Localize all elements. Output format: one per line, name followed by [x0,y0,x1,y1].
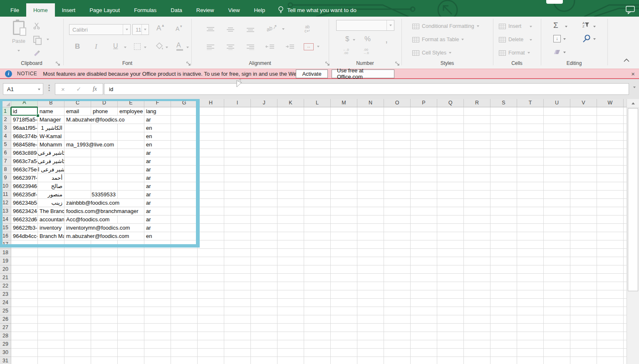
cell-D24[interactable] [91,299,118,307]
cell-B18[interactable] [38,249,64,257]
cell-N27[interactable] [357,324,384,332]
cell-S11[interactable] [490,191,517,199]
cell-I24[interactable] [224,299,251,307]
cell-H24[interactable] [198,299,224,307]
cell-V31[interactable] [570,357,597,364]
cell-K9[interactable] [277,174,304,182]
activate-button[interactable]: Activate [296,69,328,78]
cell-J6[interactable] [251,149,277,157]
clear-dropdown[interactable] [563,52,566,53]
orientation-icon[interactable]: ab↗ [265,23,277,33]
cell-O31[interactable] [384,357,411,364]
cell-K4[interactable] [277,132,304,141]
cell-Q24[interactable] [437,299,464,307]
cell-U25[interactable] [544,307,570,315]
cell-M2[interactable] [331,116,357,124]
cell-D21[interactable] [91,274,118,282]
cell-A30[interactable] [11,349,38,357]
cell-W30[interactable] [597,349,624,357]
cell-O16[interactable] [384,232,411,240]
cell-B27[interactable] [38,324,64,332]
cell-N15[interactable] [357,224,384,232]
cell-P11[interactable] [411,191,437,199]
cell-J11[interactable] [251,191,277,199]
cell-U3[interactable] [544,124,570,132]
cell-S26[interactable] [490,315,517,324]
cell-K24[interactable] [277,299,304,307]
row-header-22[interactable]: 22 [0,282,11,290]
cell-J15[interactable] [251,224,277,232]
cell-N5[interactable] [357,141,384,149]
cell-N16[interactable] [357,232,384,240]
cell-M29[interactable] [331,340,357,349]
cell-V23[interactable] [570,290,597,299]
cell-A21[interactable] [11,274,38,282]
cell-N20[interactable] [357,265,384,274]
copy-dropdown[interactable] [47,39,49,40]
cell-I11[interactable] [224,191,251,199]
cell-G25[interactable] [171,307,198,315]
cell-O26[interactable] [384,315,411,324]
cell-C18[interactable] [64,249,91,257]
cell-H14[interactable] [198,215,224,224]
cell-O10[interactable] [384,182,411,191]
cell-O24[interactable] [384,299,411,307]
cell-P14[interactable] [411,215,437,224]
cell-L15[interactable] [304,224,331,232]
cell-I22[interactable] [224,282,251,290]
cell-W27[interactable] [597,324,624,332]
autosum-dropdown[interactable] [565,26,567,27]
cell-Q9[interactable] [437,174,464,182]
cell-J22[interactable] [251,282,277,290]
cell-C27[interactable] [64,324,91,332]
cell-L27[interactable] [304,324,331,332]
percent-icon[interactable]: % [364,35,371,43]
cell-N11[interactable] [357,191,384,199]
cell-Q18[interactable] [437,249,464,257]
cell-D27[interactable] [91,324,118,332]
cell-Q8[interactable] [437,166,464,174]
cell-E30[interactable] [118,349,144,357]
cell-K31[interactable] [277,357,304,364]
cell-K7[interactable] [277,157,304,166]
cell-Q21[interactable] [437,274,464,282]
conditional-formatting-button[interactable]: Conditional Formatting [412,23,479,29]
find-select-icon[interactable] [582,34,591,43]
cell-F23[interactable] [144,290,171,299]
font-dialog-launcher[interactable] [186,62,191,66]
cell-C26[interactable] [64,315,91,324]
cell-S12[interactable] [490,199,517,207]
col-header-N[interactable]: N [357,99,384,107]
cell-L26[interactable] [304,315,331,324]
format-painter-icon[interactable] [33,49,40,56]
cell-S5[interactable] [490,141,517,149]
cell-L23[interactable] [304,290,331,299]
col-header-M[interactable]: M [331,99,357,107]
cell-D25[interactable] [91,307,118,315]
cell-K28[interactable] [277,332,304,340]
cell-V14[interactable] [570,215,597,224]
cell-T10[interactable] [517,182,544,191]
cell-V4[interactable] [570,132,597,141]
cell-N1[interactable] [357,107,384,116]
cell-R13[interactable] [464,207,490,215]
cell-Q7[interactable] [437,157,464,166]
cell-U23[interactable] [544,290,570,299]
cell-K10[interactable] [277,182,304,191]
cell-T6[interactable] [517,149,544,157]
cell-S22[interactable] [490,282,517,290]
cell-P15[interactable] [411,224,437,232]
cell-T15[interactable] [517,224,544,232]
cell-R7[interactable] [464,157,490,166]
cell-U22[interactable] [544,282,570,290]
col-header-R[interactable]: R [464,99,490,107]
cell-V19[interactable] [570,257,597,265]
cell-R17[interactable] [464,240,490,249]
scrollbar-thumb[interactable] [628,108,638,291]
cell-W28[interactable] [597,332,624,340]
cell-M10[interactable] [331,182,357,191]
cell-D31[interactable] [91,357,118,364]
cell-O28[interactable] [384,332,411,340]
cell-H26[interactable] [198,315,224,324]
cell-U21[interactable] [544,274,570,282]
